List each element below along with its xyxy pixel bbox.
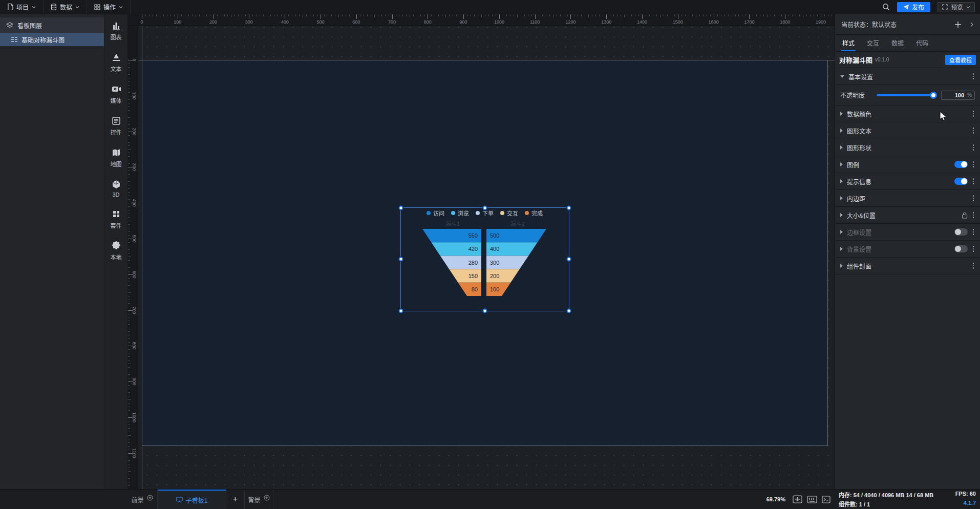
ruler-tick [128, 210, 130, 210]
kit-icon [111, 209, 121, 219]
inspector-sections: 数据颜色图形文本图形形状图例提示信息内边距大小&位置边框设置背景设置组件封面 [835, 105, 980, 274]
ruler-tick [128, 385, 130, 386]
inspector-section-组件封面[interactable]: 组件封面 [835, 258, 980, 274]
chevron-right-icon[interactable] [970, 22, 974, 27]
tab-interaction[interactable]: 交互 [867, 38, 879, 51]
tab-data[interactable]: 数据 [891, 38, 904, 51]
ruler-tick [128, 338, 130, 339]
ruler-tick [128, 63, 130, 64]
section-toggle[interactable] [954, 228, 968, 236]
section-menu-icon[interactable] [972, 110, 975, 118]
bottom-status-bar: 前景 子看板1 + 背景 69.79% 内存: 54 / 4040 / 4096… [0, 489, 980, 509]
fit-screen-icon[interactable] [793, 495, 802, 503]
ruler-label: 100 [132, 92, 137, 99]
toolbox-item-text[interactable]: 文本 [104, 52, 127, 73]
toolbox-item-3d[interactable]: 3D [104, 179, 127, 198]
ruler-tick [128, 196, 130, 196]
selection-handle[interactable] [482, 308, 487, 313]
ruler-tick [128, 342, 130, 343]
inspector-section-内边距[interactable]: 内边距 [835, 190, 980, 207]
add-subboard-button[interactable]: + [226, 490, 245, 509]
ruler-tick [128, 92, 130, 93]
toolbox-item-controls[interactable]: 控件 [104, 116, 127, 136]
inspector-section-提示信息[interactable]: 提示信息 [835, 173, 980, 190]
section-menu-icon[interactable] [972, 143, 975, 152]
selection-handle[interactable] [566, 257, 571, 262]
inspector-section-basic[interactable]: 基本设置 [835, 68, 980, 85]
tab-style[interactable]: 样式 [842, 38, 855, 51]
funnel-chart-component[interactable]: 55050042040028030015020080100 访问浏览下单交互完成… [400, 207, 569, 311]
inspector-section-图形文本[interactable]: 图形文本 [835, 122, 980, 139]
slider-knob[interactable] [930, 92, 937, 99]
section-menu-icon[interactable] [972, 72, 975, 80]
ruler-label: 200 [209, 19, 217, 25]
selection-handle[interactable] [398, 257, 403, 262]
tab-subboard-1[interactable]: 子看板1 [158, 490, 226, 509]
tutorial-button[interactable]: 查看教程 [945, 55, 976, 65]
canvas-work-area[interactable]: 0100200300400500600700800900100011001200… [128, 14, 835, 489]
section-menu-icon[interactable] [972, 194, 975, 202]
opacity-slider[interactable] [877, 92, 936, 99]
ruler-tick [128, 224, 130, 225]
selection-handle[interactable] [566, 205, 571, 210]
state-label: 当前状态：默认状态 [841, 20, 897, 29]
plus-circle-icon[interactable] [147, 495, 153, 501]
selection-handle[interactable] [482, 205, 487, 210]
section-toggle[interactable] [954, 161, 968, 168]
toolbox-item-kit[interactable]: 套件 [104, 209, 127, 229]
ruler-tick [399, 14, 399, 16]
ruler-label: 1100 [132, 448, 137, 458]
ruler-tick [385, 14, 386, 16]
layer-item-funnel[interactable]: 基础对称漏斗图 [0, 33, 104, 46]
toolbox-item-media[interactable]: 媒体 [104, 84, 127, 104]
section-menu-icon[interactable] [972, 211, 975, 219]
ruler-tick [128, 367, 130, 368]
ruler-tick [763, 14, 764, 16]
section-toggle[interactable] [954, 178, 968, 185]
tab-code[interactable]: 代码 [916, 38, 928, 51]
section-menu-icon[interactable] [972, 126, 975, 135]
ruler-tick [128, 421, 130, 421]
menu-operate[interactable]: 操作 [87, 0, 131, 14]
menu-data[interactable]: 数据 [44, 0, 87, 14]
section-menu-icon[interactable] [972, 160, 975, 168]
toolbox-item-map[interactable]: 地图 [104, 147, 127, 168]
section-menu-icon[interactable] [972, 228, 975, 236]
inspector-section-图例[interactable]: 图例 [835, 156, 980, 173]
search-icon[interactable] [882, 3, 890, 11]
ruler-tick [463, 14, 464, 19]
selection-handle[interactable] [398, 308, 403, 313]
menu-project[interactable]: 项目 [0, 0, 44, 14]
section-menu-icon[interactable] [972, 245, 975, 253]
publish-button[interactable]: 发布 [897, 2, 930, 12]
ruler-tick [235, 14, 235, 16]
text-icon [111, 52, 121, 62]
opacity-value-input[interactable]: 100 % [941, 91, 975, 100]
inspector-section-背景设置[interactable]: 背景设置 [835, 241, 980, 258]
section-menu-icon[interactable] [972, 177, 975, 185]
toolbox-item-local[interactable]: 本地 [104, 241, 127, 261]
ruler-tick [128, 67, 130, 68]
inspector-section-数据颜色[interactable]: 数据颜色 [835, 105, 980, 122]
section-label: 图例 [847, 160, 950, 169]
inspector-section-大小&位置[interactable]: 大小&位置 [835, 207, 980, 224]
zoom-level[interactable]: 69.79% [766, 490, 785, 509]
add-state-icon[interactable] [954, 21, 962, 28]
tab-background[interactable]: 背景 [245, 490, 273, 509]
inspector-section-边框设置[interactable]: 边框设置 [835, 224, 980, 241]
keyboard-icon[interactable] [807, 496, 817, 503]
toolbox-item-charts[interactable]: 图表 [104, 20, 127, 41]
ruler-tick [128, 321, 130, 321]
section-menu-icon[interactable] [972, 262, 975, 270]
section-toggle[interactable] [954, 245, 968, 252]
terminal-icon[interactable] [822, 496, 830, 503]
tab-foreground[interactable]: 前景 [127, 490, 158, 509]
ruler-tick [128, 89, 130, 89]
inspector-section-图形形状[interactable]: 图形形状 [835, 139, 980, 156]
chevron-down-icon[interactable] [966, 5, 970, 9]
lock-icon[interactable] [962, 212, 968, 219]
selection-handle[interactable] [398, 205, 403, 210]
selection-handle[interactable] [566, 308, 571, 313]
plus-circle-icon[interactable] [264, 495, 270, 501]
preview-button[interactable]: 预览 [938, 2, 975, 12]
